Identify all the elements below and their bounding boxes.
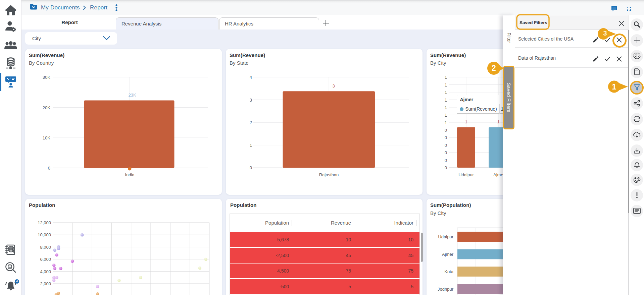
svg-text:30K: 30K bbox=[43, 75, 50, 80]
svg-text:Jodhpur: Jodhpur bbox=[438, 287, 454, 292]
svg-text:Udaipur: Udaipur bbox=[458, 172, 474, 177]
svg-text:Kota: Kota bbox=[444, 269, 454, 274]
svg-text:1: 1 bbox=[250, 143, 252, 148]
svg-text:1: 1 bbox=[445, 105, 447, 110]
svg-text:1: 1 bbox=[445, 82, 447, 87]
svg-text:1: 1 bbox=[445, 98, 447, 103]
svg-text:2: 2 bbox=[250, 120, 252, 125]
svg-text:0: 0 bbox=[445, 158, 447, 163]
svg-text:Ajmer: Ajmer bbox=[442, 252, 454, 257]
svg-text:1: 1 bbox=[445, 113, 447, 118]
svg-text:12,000: 12,000 bbox=[38, 220, 51, 225]
svg-text:1: 1 bbox=[465, 119, 467, 124]
svg-text:1: 1 bbox=[445, 120, 447, 125]
svg-text:4,000: 4,000 bbox=[40, 269, 51, 274]
svg-text:23K: 23K bbox=[128, 93, 136, 98]
svg-text:1: 1 bbox=[445, 90, 447, 95]
svg-text:3: 3 bbox=[250, 98, 252, 103]
svg-text:10,000: 10,000 bbox=[38, 232, 51, 237]
svg-text:1: 1 bbox=[445, 75, 447, 80]
svg-text:0: 0 bbox=[48, 166, 50, 171]
svg-text:3: 3 bbox=[332, 83, 335, 88]
svg-text:2,000: 2,000 bbox=[40, 281, 51, 286]
svg-text:4: 4 bbox=[250, 75, 252, 80]
svg-text:8,000: 8,000 bbox=[40, 245, 51, 250]
svg-text:6,000: 6,000 bbox=[40, 257, 51, 262]
svg-text:0: 0 bbox=[445, 135, 447, 140]
svg-text:0: 0 bbox=[445, 165, 447, 170]
svg-text:1: 1 bbox=[497, 119, 499, 124]
svg-text:Udaipur: Udaipur bbox=[438, 234, 453, 239]
svg-text:0: 0 bbox=[250, 165, 252, 170]
svg-text:Rajasthan: Rajasthan bbox=[319, 172, 339, 177]
svg-text:10K: 10K bbox=[43, 135, 50, 140]
svg-text:20K: 20K bbox=[43, 105, 50, 110]
svg-text:India: India bbox=[125, 172, 135, 177]
svg-text:0: 0 bbox=[445, 143, 447, 148]
svg-text:0: 0 bbox=[445, 128, 447, 133]
svg-text:0: 0 bbox=[445, 150, 447, 155]
